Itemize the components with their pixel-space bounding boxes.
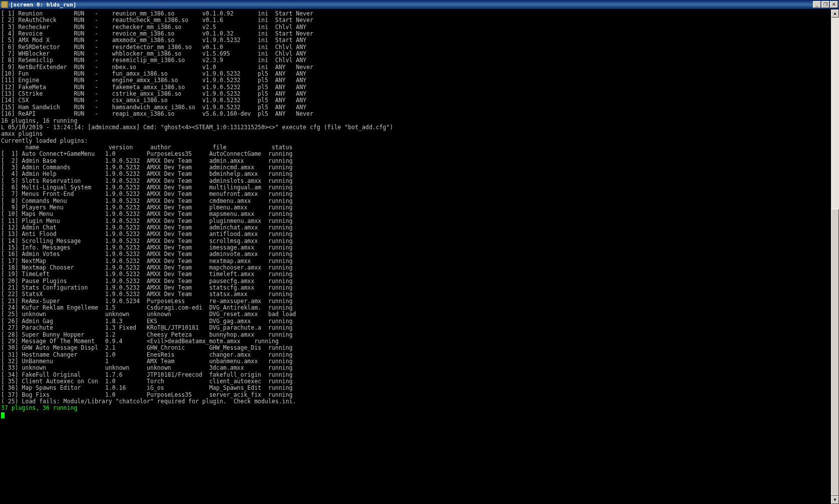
meta-plugin-row: [ 5] AMX Mod X RUN - amxmodx_mm_i386.so …	[1, 37, 838, 44]
maximize-button[interactable]: ❐	[821, 1, 829, 8]
meta-plugin-row: [12] FakeMeta RUN - fakemeta_amxx_i386.s…	[1, 84, 838, 91]
meta-plugin-row: [ 6] ReSRDetector RUN - resrdetector_mm_…	[1, 44, 838, 51]
amxx-plugin-row: [ 12] Admin Chat 1.9.0.5232 AMXX Dev Tea…	[1, 224, 838, 231]
amxx-plugin-row: [ 6] Multi-Lingual System 1.9.0.5232 AMX…	[1, 184, 838, 191]
scroll-up-button[interactable]: ▲	[831, 10, 839, 18]
vertical-scrollbar[interactable]: ▲ ▼	[831, 10, 839, 504]
amxx-plugin-row: [ 23] ReAmx-Super 1.9.0.5234 PurposeLess…	[1, 298, 838, 305]
amxx-plugin-row: [ 8] Commands Menu 1.9.0.5232 AMXX Dev T…	[1, 198, 838, 204]
meta-plugin-row: [ 1] Reunion RUN - reunion_mm_i386.so v0…	[1, 11, 838, 17]
amxx-plugin-row: [ 17] NextMap 1.9.0.5232 AMXX Dev Team n…	[1, 258, 838, 265]
prompt-line[interactable]	[1, 412, 838, 418]
amxx-plugin-row: [ 22] StatsX 1.9.0.5232 AMXX Dev Team st…	[1, 291, 838, 298]
amxx-plugin-row: [ 31] Hostname Changer 1.0 EnesReis chan…	[1, 352, 838, 358]
window-titlebar: [screen 0: hlds_run] _ ❐ ✕	[0, 0, 839, 10]
amxx-plugin-row: [ 34] FakeFull Original 1.7.6 JTP10181/F…	[1, 372, 838, 378]
meta-plugin-row: [11] Engine RUN - engine_amxx_i386.so v1…	[1, 77, 838, 84]
meta-plugin-row: [ 3] Rechecker RUN - rechecker_mm_i386.s…	[1, 24, 838, 31]
amxx-plugin-row: [ 10] Maps Menu 1.9.0.5232 AMXX Dev Team…	[1, 211, 838, 217]
amxx-plugin-row: [ 26] Admin Gag 1.8.3 EKS DVG_gag.amxx r…	[1, 318, 838, 325]
meta-plugin-row: [16] ReAPI RUN - reapi_amxx_i386.so v5.6…	[1, 111, 838, 117]
scroll-thumb[interactable]	[831, 209, 839, 496]
amxx-plugin-row: [ 5] Slots Reservation 1.9.0.5232 AMXX D…	[1, 178, 838, 184]
meta-plugin-row: [ 4] Revoice RUN - revoice_mm_i386.so v0…	[1, 31, 838, 37]
meta-plugin-row: [ 8] ReSemiclip RUN - resemiclip_mm_i386…	[1, 57, 838, 64]
amxx-plugin-row: [ 15] Info. Messages 1.9.0.5232 AMXX Dev…	[1, 244, 838, 251]
meta-plugin-row: [ 2] ReAuthCheck RUN - reauthcheck_mm_i3…	[1, 17, 838, 24]
amxx-plugin-row: [ 28] Super Bunny Hopper 1.2 Cheesy Pete…	[1, 332, 838, 338]
terminal-output[interactable]: [ 1] Reunion RUN - reunion_mm_i386.so v0…	[0, 10, 839, 504]
amxx-plugin-row: [ 4] Admin Help 1.9.0.5232 AMXX Dev Team…	[1, 171, 838, 177]
load-fail-line: ( 25) Load fails: Module/Library "chatco…	[1, 398, 838, 405]
amxx-plugin-row: [ 29] Message Of The Moment 0.9.4 <Evil>…	[1, 338, 838, 345]
amxx-plugin-row: [ 16] Admin Votes 1.9.0.5232 AMXX Dev Te…	[1, 251, 838, 258]
amxx-plugin-row: [ 1] Auto Connect+GameMenu 1.0 PurposeLe…	[1, 151, 838, 157]
amxx-plugin-row: [ 3] Admin Commands 1.9.0.5232 AMXX Dev …	[1, 164, 838, 171]
amxx-summary: 37 plugins, 36 running	[1, 405, 838, 411]
scroll-track[interactable]	[831, 18, 839, 496]
amxx-loaded-header: Currently loaded plugins:	[1, 138, 838, 144]
amxx-plugin-row: [ 35] Client Autoexec on Con 1.0 Torch c…	[1, 378, 838, 385]
amxx-plugin-row: [ 20] Pause Plugins 1.9.0.5232 AMXX Dev …	[1, 278, 838, 285]
amxx-column-header: name version author file status	[1, 144, 838, 151]
minimize-button[interactable]: _	[813, 1, 821, 8]
amxx-plugin-row: [ 25] unknown unknown unknown DVG_reset.…	[1, 311, 838, 318]
amxx-plugin-row: [ 27] Parachute 1.3 Fixed KRoT@L/JTP1018…	[1, 325, 838, 331]
amxx-plugin-row: [ 33] unknown unknown unknown 3dcam.amxx…	[1, 365, 838, 371]
amxx-plugin-row: [ 21] Stats Configuration 1.9.0.5232 AMX…	[1, 285, 838, 291]
amxx-plugin-row: [ 24] Kufur Reklam Engelleme 1.5 Csdurag…	[1, 305, 838, 311]
meta-plugin-row: [13] CStrike RUN - cstrike_amxx_i386.so …	[1, 91, 838, 97]
amxx-plugin-row: [ 11] Plugin Menu 1.9.0.5232 AMXX Dev Te…	[1, 218, 838, 224]
amxx-plugin-row: [ 9] Players Menu 1.9.0.5232 AMXX Dev Te…	[1, 204, 838, 211]
amxx-plugin-row: [ 19] TimeLeft 1.9.0.5232 AMXX Dev Team …	[1, 271, 838, 278]
close-button[interactable]: ✕	[830, 1, 838, 8]
amxx-plugin-row: [ 18] Nextmap Chooser 1.9.0.5232 AMXX De…	[1, 265, 838, 271]
meta-plugin-row: [15] Ham Sandwich RUN - hamsandwich_amxx…	[1, 104, 838, 111]
amxx-plugin-row: [ 36] Map Spawns Editor 1.0.16 iG_os Map…	[1, 385, 838, 391]
log-line: L 05/10/2019 - 13:24:14: [admincmd.amxx]…	[1, 124, 838, 131]
amxx-command: amxx plugins	[1, 131, 838, 137]
scroll-down-button[interactable]: ▼	[831, 496, 839, 504]
meta-plugin-row: [ 7] WHBlocker RUN - whblocker_mm_i386.s…	[1, 51, 838, 57]
meta-plugin-row: [14] CSX RUN - csx_amxx_i386.so v1.9.0.5…	[1, 97, 838, 104]
cursor	[1, 412, 5, 418]
amxx-plugin-row: [ 2] Admin Base 1.9.0.5232 AMXX Dev Team…	[1, 158, 838, 164]
meta-plugin-row: [10] Fun RUN - fun_amxx_i386.so v1.9.0.5…	[1, 71, 838, 77]
putty-icon	[1, 1, 8, 8]
amxx-plugin-row: [ 30] GHW Auto Message Displ 2.1 GHW_Chr…	[1, 345, 838, 351]
meta-plugin-row: [ 9] NetBufExtender RUN - nbex.so v1.0 i…	[1, 64, 838, 71]
amxx-plugin-row: [ 7] Menus Front-End 1.9.0.5232 AMXX Dev…	[1, 191, 838, 197]
amxx-plugin-row: [ 14] Scrolling Message 1.9.0.5232 AMXX …	[1, 238, 838, 244]
amxx-plugin-row: [ 32] UnBanmenu 1 AMX Team unbanmenu.amx…	[1, 358, 838, 365]
window-title: [screen 0: hlds_run]	[10, 2, 76, 8]
meta-summary: 16 plugins, 16 running	[1, 118, 838, 124]
amxx-plugin-row: [ 13] Anti Flood 1.9.0.5232 AMXX Dev Tea…	[1, 231, 838, 237]
amxx-plugin-row: [ 37] Bug Fixs 1.0 PurposeLess35 server_…	[1, 392, 838, 398]
